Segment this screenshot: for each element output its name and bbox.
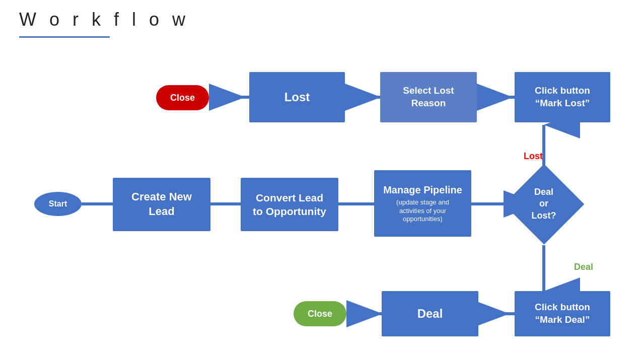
start-label: Start	[49, 199, 67, 208]
deal-label: Deal	[417, 306, 443, 321]
deal-or-lost-diamond: Deal or Lost?	[504, 164, 584, 244]
close-bottom-node: Close	[294, 301, 346, 326]
click-mark-deal-label: Click button “Mark Deal”	[535, 301, 590, 326]
select-lost-reason-box: Select Lost Reason	[380, 72, 477, 122]
start-node: Start	[34, 192, 82, 216]
lost-box: Lost	[249, 72, 345, 122]
deal-label-green: Deal	[574, 262, 593, 272]
click-mark-deal-box: Click button “Mark Deal”	[515, 291, 610, 336]
click-mark-lost-label: Click button “Mark Lost”	[535, 85, 590, 109]
manage-pipeline-label: Manage Pipeline	[383, 183, 462, 196]
manage-pipeline-sub-label: (update stage and activities of your opp…	[396, 198, 449, 224]
convert-lead-box: Convert Lead to Opportunity	[241, 178, 338, 231]
close-bottom-label: Close	[308, 309, 332, 319]
close-top-node: Close	[156, 85, 209, 110]
deal-box: Deal	[382, 291, 478, 336]
click-mark-lost-box: Click button “Mark Lost”	[515, 72, 610, 122]
lost-label: Lost	[284, 89, 310, 105]
close-top-label: Close	[170, 93, 195, 103]
create-new-lead-box: Create New Lead	[113, 178, 210, 231]
convert-lead-label: Convert Lead to Opportunity	[253, 191, 326, 219]
lost-label-red: Lost	[524, 151, 543, 162]
create-new-lead-label: Create New Lead	[131, 190, 192, 219]
manage-pipeline-box: Manage Pipeline (update stage and activi…	[374, 170, 471, 237]
deal-or-lost-label: Deal or Lost?	[504, 164, 584, 244]
select-lost-reason-label: Select Lost Reason	[403, 85, 454, 109]
